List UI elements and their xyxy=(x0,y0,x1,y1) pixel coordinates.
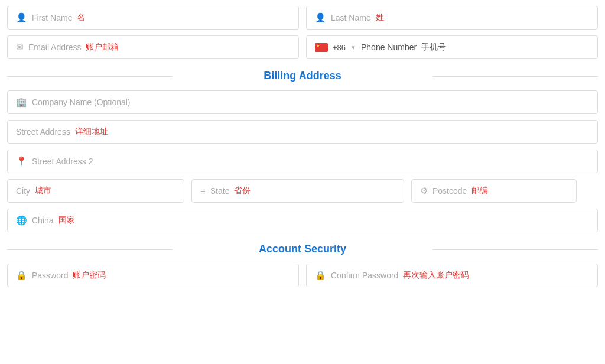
confirm-value: 再次输入账户密码 xyxy=(403,270,469,281)
city-field[interactable]: City 城市 xyxy=(7,179,184,203)
phone-value: 手机号 xyxy=(421,42,446,53)
first-name-value: 名 xyxy=(77,12,85,23)
confirm-password-field[interactable]: 🔒 Confirm Password 再次输入账户密码 xyxy=(306,264,598,287)
form-container: 👤 First Name 名 👤 Last Name 姓 ✉ Email Add… xyxy=(0,0,605,299)
person-icon-2: 👤 xyxy=(315,12,326,23)
filter-icon: ≡ xyxy=(200,186,206,196)
postcode-label: Postcode xyxy=(432,186,467,196)
street-row: Street Address 详细地址 xyxy=(7,120,598,144)
first-name-field[interactable]: 👤 First Name 名 xyxy=(7,6,299,30)
lock-icon-2: 🔒 xyxy=(315,270,326,281)
name-row: 👤 First Name 名 👤 Last Name 姓 xyxy=(7,6,598,30)
confirm-label: Confirm Password xyxy=(331,271,398,280)
phone-label: Phone Number xyxy=(361,43,417,52)
street-field[interactable]: Street Address 详细地址 xyxy=(7,120,598,144)
country-value: 国家 xyxy=(58,215,75,226)
password-value: 账户密码 xyxy=(73,270,106,281)
billing-section-title: Billing Address xyxy=(7,70,598,82)
last-name-value: 姓 xyxy=(376,12,384,23)
postcode-value: 邮编 xyxy=(471,186,488,196)
person-icon: 👤 xyxy=(16,12,27,23)
company-row: 🏢 Company Name (Optional) xyxy=(7,90,598,114)
building-icon: 🏢 xyxy=(16,97,27,108)
country-label: China xyxy=(32,216,54,225)
state-value: 省份 xyxy=(234,186,251,196)
country-field[interactable]: 🌐 China 国家 xyxy=(7,209,598,232)
china-flag-icon xyxy=(315,43,328,52)
city-state-row: City 城市 ≡ State 省份 ⚙ Postcode 邮编 xyxy=(7,179,598,203)
password-label: Password xyxy=(32,271,68,280)
city-label: City xyxy=(16,186,30,196)
street2-field[interactable]: 📍 Street Address 2 xyxy=(7,150,598,173)
street-label: Street Address xyxy=(16,127,70,136)
last-name-label: Last Name xyxy=(331,13,371,22)
phone-code: +86 xyxy=(333,43,346,52)
email-value: 账户邮箱 xyxy=(86,42,119,53)
city-value: 城市 xyxy=(35,186,51,196)
phone-field[interactable]: +86 ▼ Phone Number 手机号 xyxy=(306,35,598,59)
location-icon: 📍 xyxy=(16,156,27,167)
street-value: 详细地址 xyxy=(75,126,108,137)
postcode-field[interactable]: ⚙ Postcode 邮编 xyxy=(411,179,577,203)
country-row: 🌐 China 国家 xyxy=(7,209,598,232)
password-field[interactable]: 🔒 Password 账户密码 xyxy=(7,264,299,287)
company-label: Company Name (Optional) xyxy=(32,98,131,107)
street2-label: Street Address 2 xyxy=(32,157,93,166)
globe-icon: 🌐 xyxy=(16,215,27,226)
password-row: 🔒 Password 账户密码 🔒 Confirm Password 再次输入账… xyxy=(7,264,598,287)
account-section-title: Account Security xyxy=(7,243,598,255)
first-name-label: First Name xyxy=(32,13,72,22)
gear-icon: ⚙ xyxy=(420,186,428,196)
last-name-field[interactable]: 👤 Last Name 姓 xyxy=(306,6,598,30)
dropdown-arrow-icon[interactable]: ▼ xyxy=(350,44,356,51)
lock-icon: 🔒 xyxy=(16,270,27,281)
email-label: Email Address xyxy=(28,43,81,52)
company-field[interactable]: 🏢 Company Name (Optional) xyxy=(7,90,598,114)
email-icon: ✉ xyxy=(16,42,24,53)
state-field[interactable]: ≡ State 省份 xyxy=(191,179,404,203)
street2-row: 📍 Street Address 2 xyxy=(7,150,598,173)
email-field[interactable]: ✉ Email Address 账户邮箱 xyxy=(7,35,299,59)
state-label: State xyxy=(210,186,230,196)
contact-row: ✉ Email Address 账户邮箱 +86 ▼ Phone Number … xyxy=(7,35,598,59)
